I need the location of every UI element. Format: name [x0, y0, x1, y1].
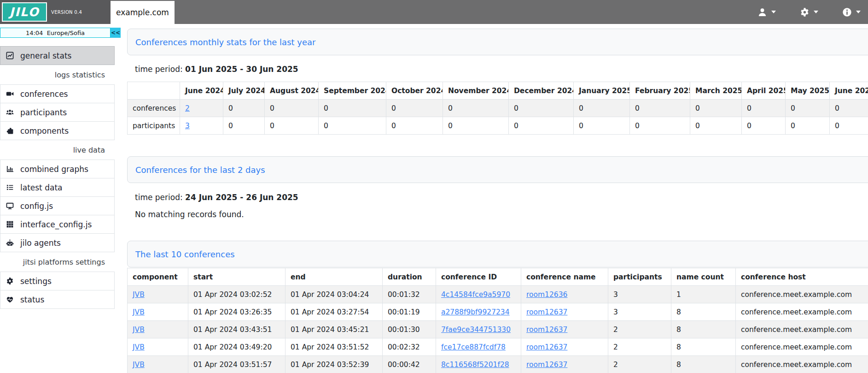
info-icon: [842, 7, 852, 17]
table-cell: 0: [223, 117, 265, 135]
sidebar-item-conferences[interactable]: conferences: [0, 84, 115, 103]
table-cell: 00:01:30: [383, 321, 436, 338]
table-cell: 0: [830, 117, 868, 135]
last-conferences-table: componentstartenddurationconference IDco…: [127, 268, 868, 373]
sidebar-item-interface-config-js[interactable]: interface_config.js: [0, 215, 115, 234]
grid-icon: [6, 220, 14, 228]
cell-link[interactable]: 3: [185, 122, 190, 130]
sidebar-section-jitsi-platforms-settings: jitsi platforms settings: [0, 252, 115, 272]
table-cell: JVB: [128, 286, 188, 303]
table-cell: 3: [180, 117, 223, 135]
list-icon: [6, 184, 14, 191]
sidebar-item-label: settings: [20, 277, 52, 286]
table-cell: 01 Apr 2024 03:27:54: [285, 303, 383, 321]
cell-link[interactable]: 2: [185, 104, 190, 112]
table-cell: JVB: [128, 338, 188, 356]
top-bar-brand-area: JILO VERSION 0.4: [0, 0, 111, 24]
sidebar-item-general-stats[interactable]: general stats: [0, 46, 115, 65]
sidebar-item-label: combined graphs: [20, 165, 88, 174]
table-header-row: June 2024July 2024August 2024September 2…: [128, 82, 868, 100]
sidebar-item-label: components: [20, 126, 69, 136]
sidebar-item-jilo-agents[interactable]: jilo agents: [0, 233, 115, 252]
table-cell: 8c116568f5201f28: [436, 356, 521, 373]
heart-pulse-icon: [6, 296, 14, 303]
column-header: February 2025: [630, 82, 690, 100]
table-cell: 0: [690, 117, 742, 135]
cell-link[interactable]: room12637: [526, 308, 567, 316]
cell-link[interactable]: room12637: [526, 361, 567, 369]
column-header: conference name: [521, 268, 608, 286]
table-cell: 2: [180, 100, 223, 117]
cell-link[interactable]: fce17ce887fcdf78: [441, 343, 506, 351]
table-cell: 00:01:19: [383, 303, 436, 321]
table-cell: 0: [786, 117, 830, 135]
monthly-stats-title-link[interactable]: Conferences monthly stats for the last y…: [135, 37, 315, 47]
recent-time-period: time period: 24 Jun 2025 - 26 Jun 2025: [135, 193, 868, 202]
cell-link[interactable]: JVB: [133, 308, 145, 316]
column-header: September 2024: [319, 82, 386, 100]
cell-link[interactable]: 8c116568f5201f28: [441, 361, 509, 369]
sidebar-item-components[interactable]: components: [0, 121, 115, 140]
sidebar-item-status[interactable]: status: [0, 290, 115, 309]
recent-conferences-card-header: Conferences for the last 2 days: [127, 156, 868, 183]
column-header: duration: [383, 268, 436, 286]
table-row: JVB01 Apr 2024 03:49:2001 Apr 2024 03:51…: [128, 338, 868, 356]
table-row: participants3000000000000: [128, 117, 868, 135]
table-cell: 0: [574, 100, 630, 117]
sidebar-item-label: config.js: [20, 201, 53, 211]
column-header: conference host: [736, 268, 868, 286]
video-camera-icon: [6, 90, 14, 98]
column-header: name count: [671, 268, 736, 286]
table-cell: room12637: [521, 321, 608, 338]
sidebar-section-live-data: live data: [0, 140, 115, 160]
info-menu[interactable]: [842, 7, 861, 17]
top-bar-menus: [757, 0, 868, 24]
sidebar-item-latest-data[interactable]: latest data: [0, 178, 115, 197]
table-cell: 0: [509, 100, 574, 117]
table-cell: 0: [830, 100, 868, 117]
sidebar-item-participants[interactable]: participants: [0, 103, 115, 122]
table-cell: conference.meet.example.com: [736, 321, 868, 338]
recent-conferences-title-link[interactable]: Conferences for the last 2 days: [135, 165, 265, 175]
last-conferences-title-link[interactable]: The last 10 conferences: [135, 249, 235, 259]
table-header-row: componentstartenddurationconference IDco…: [128, 268, 868, 286]
sidebar-item-label: participants: [20, 108, 67, 117]
no-records-message: No matching records found.: [135, 210, 868, 219]
table-cell: 0: [742, 117, 786, 135]
table-cell: conference.meet.example.com: [736, 356, 868, 373]
time-period-value: 24 Jun 2025 - 26 Jun 2025: [185, 193, 298, 202]
app-logo-text: JILO: [9, 5, 39, 19]
table-row: JVB01 Apr 2024 03:02:5201 Apr 2024 03:04…: [128, 286, 868, 303]
cell-link[interactable]: JVB: [133, 326, 145, 334]
app-logo[interactable]: JILO: [2, 2, 47, 22]
cell-link[interactable]: JVB: [133, 343, 145, 351]
table-cell: 01 Apr 2024 03:52:39: [285, 356, 383, 373]
sidebar-collapse-button[interactable]: <<: [111, 28, 121, 38]
table-cell: participants: [128, 117, 180, 135]
sidebar-item-label: latest data: [20, 183, 62, 192]
cell-link[interactable]: 7fae9ce344751330: [441, 326, 511, 334]
sidebar-item-label: general stats: [20, 51, 71, 60]
cell-link[interactable]: JVB: [133, 361, 145, 369]
user-menu[interactable]: [757, 7, 776, 17]
monthly-time-period: time period: 01 Jun 2025 - 30 Jun 2025: [135, 65, 868, 74]
cell-link[interactable]: room12637: [526, 343, 567, 351]
sidebar-item-settings[interactable]: settings: [0, 272, 115, 290]
cell-link[interactable]: room12637: [526, 326, 567, 334]
cell-link[interactable]: room12636: [526, 290, 567, 299]
cell-link[interactable]: a2788f9bf9927234: [441, 308, 510, 316]
table-cell: room12637: [521, 356, 608, 373]
platform-tab[interactable]: example.com: [111, 1, 175, 24]
column-header: start: [188, 268, 285, 286]
sidebar-item-config-js[interactable]: config.js: [0, 196, 115, 215]
sidebar-item-combined-graphs[interactable]: combined graphs: [0, 160, 115, 178]
column-header: July 2024: [223, 82, 265, 100]
cell-link[interactable]: 4c14584fce9a5970: [441, 290, 510, 299]
settings-menu[interactable]: [800, 7, 818, 17]
cell-link[interactable]: JVB: [133, 290, 145, 299]
top-bar: JILO VERSION 0.4 example.com: [0, 0, 868, 24]
table-row: conferences2000000000000: [128, 100, 868, 117]
table-cell: room12636: [521, 286, 608, 303]
table-cell: 0: [319, 117, 386, 135]
table-cell: 3: [608, 286, 671, 303]
